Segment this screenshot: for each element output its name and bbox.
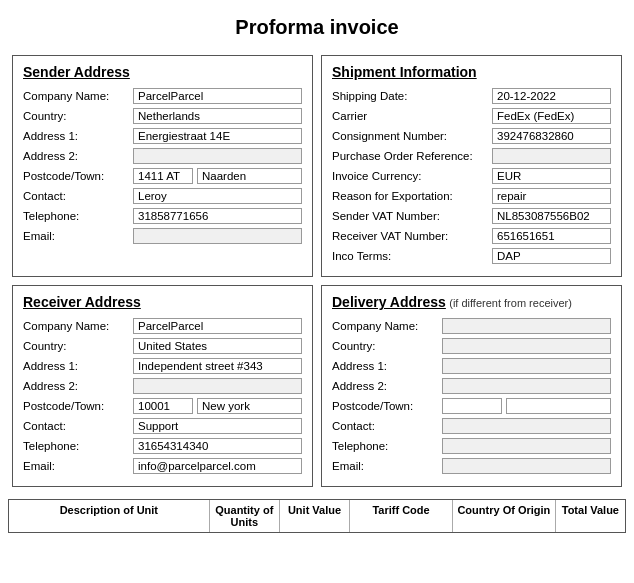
col-header-country: Country Of Origin	[453, 500, 556, 532]
col-header-quantity: Quantity of Units	[210, 500, 280, 532]
receiver-address2-value[interactable]	[133, 378, 302, 394]
delivery-email-row: Email:	[332, 458, 611, 474]
receiver-country-value[interactable]: United States	[133, 338, 302, 354]
exportation-value[interactable]: repair	[492, 188, 611, 204]
sender-telephone-row: Telephone: 31858771656	[23, 208, 302, 224]
delivery-postcode-value[interactable]	[442, 398, 502, 414]
receiver-company-row: Company Name: ParcelParcel	[23, 318, 302, 334]
delivery-postcode-row: Postcode/Town:	[332, 398, 611, 414]
shipment-section: Shipment Information Shipping Date: 20-1…	[321, 55, 622, 277]
delivery-country-value[interactable]	[442, 338, 611, 354]
receiver-vat-value[interactable]: 651651651	[492, 228, 611, 244]
delivery-title: Delivery Address	[332, 294, 446, 310]
receiver-company-value[interactable]: ParcelParcel	[133, 318, 302, 334]
main-grid: Sender Address Company Name: ParcelParce…	[0, 51, 634, 491]
col-header-tariff: Tariff Code	[350, 500, 453, 532]
delivery-address2-row: Address 2:	[332, 378, 611, 394]
carrier-row: Carrier FedEx (FedEx)	[332, 108, 611, 124]
delivery-address1-label: Address 1:	[332, 360, 442, 372]
table-header-row: Description of Unit Quantity of Units Un…	[9, 500, 625, 533]
inco-terms-value[interactable]: DAP	[492, 248, 611, 264]
receiver-telephone-row: Telephone: 31654314340	[23, 438, 302, 454]
col-header-description: Description of Unit	[9, 500, 210, 532]
delivery-address2-value[interactable]	[442, 378, 611, 394]
sender-telephone-value[interactable]: 31858771656	[133, 208, 302, 224]
delivery-contact-row: Contact:	[332, 418, 611, 434]
receiver-address1-label: Address 1:	[23, 360, 133, 372]
consignment-value[interactable]: 392476832860	[492, 128, 611, 144]
delivery-contact-value[interactable]	[442, 418, 611, 434]
sender-section: Sender Address Company Name: ParcelParce…	[12, 55, 313, 277]
inco-terms-row: Inco Terms: DAP	[332, 248, 611, 264]
receiver-contact-value[interactable]: Support	[133, 418, 302, 434]
receiver-country-row: Country: United States	[23, 338, 302, 354]
receiver-section: Receiver Address Company Name: ParcelPar…	[12, 285, 313, 487]
delivery-address1-value[interactable]	[442, 358, 611, 374]
receiver-address1-value[interactable]: Independent street #343	[133, 358, 302, 374]
shipping-date-row: Shipping Date: 20-12-2022	[332, 88, 611, 104]
delivery-company-value[interactable]	[442, 318, 611, 334]
receiver-postcode-label: Postcode/Town:	[23, 400, 133, 412]
receiver-contact-label: Contact:	[23, 420, 133, 432]
delivery-telephone-value[interactable]	[442, 438, 611, 454]
receiver-email-label: Email:	[23, 460, 133, 472]
invoice-currency-value[interactable]: EUR	[492, 168, 611, 184]
delivery-email-label: Email:	[332, 460, 442, 472]
delivery-company-row: Company Name:	[332, 318, 611, 334]
sender-postcode-row: Postcode/Town: 1411 AT Naarden	[23, 168, 302, 184]
sender-company-row: Company Name: ParcelParcel	[23, 88, 302, 104]
delivery-email-value[interactable]	[442, 458, 611, 474]
purchase-order-row: Purchase Order Reference:	[332, 148, 611, 164]
sender-country-label: Country:	[23, 110, 133, 122]
receiver-telephone-label: Telephone:	[23, 440, 133, 452]
receiver-vat-label: Receiver VAT Number:	[332, 230, 492, 242]
sender-company-value[interactable]: ParcelParcel	[133, 88, 302, 104]
receiver-address1-row: Address 1: Independent street #343	[23, 358, 302, 374]
sender-telephone-label: Telephone:	[23, 210, 133, 222]
receiver-company-label: Company Name:	[23, 320, 133, 332]
sender-address2-value[interactable]	[133, 148, 302, 164]
delivery-telephone-label: Telephone:	[332, 440, 442, 452]
receiver-email-value[interactable]: info@parcelparcel.com	[133, 458, 302, 474]
receiver-town-value[interactable]: New york	[197, 398, 302, 414]
shipping-date-value[interactable]: 20-12-2022	[492, 88, 611, 104]
invoice-currency-label: Invoice Currency:	[332, 170, 492, 182]
sender-title: Sender Address	[23, 64, 302, 80]
receiver-postcode-value[interactable]: 10001	[133, 398, 193, 414]
sender-contact-row: Contact: Leroy	[23, 188, 302, 204]
sender-town-value[interactable]: Naarden	[197, 168, 302, 184]
delivery-address2-label: Address 2:	[332, 380, 442, 392]
sender-address1-label: Address 1:	[23, 130, 133, 142]
purchase-order-label: Purchase Order Reference:	[332, 150, 492, 162]
sender-email-label: Email:	[23, 230, 133, 242]
purchase-order-value[interactable]	[492, 148, 611, 164]
sender-email-value[interactable]	[133, 228, 302, 244]
shipment-title: Shipment Information	[332, 64, 611, 80]
receiver-address2-label: Address 2:	[23, 380, 133, 392]
carrier-value[interactable]: FedEx (FedEx)	[492, 108, 611, 124]
delivery-telephone-row: Telephone:	[332, 438, 611, 454]
receiver-country-label: Country:	[23, 340, 133, 352]
delivery-address1-row: Address 1:	[332, 358, 611, 374]
items-table: Description of Unit Quantity of Units Un…	[8, 499, 626, 533]
inco-terms-label: Inco Terms:	[332, 250, 492, 262]
sender-vat-label: Sender VAT Number:	[332, 210, 492, 222]
col-header-unit: Unit Value	[280, 500, 350, 532]
sender-vat-value[interactable]: NL853087556B02	[492, 208, 611, 224]
sender-address1-value[interactable]: Energiestraat 14E	[133, 128, 302, 144]
consignment-label: Consignment Number:	[332, 130, 492, 142]
sender-address1-row: Address 1: Energiestraat 14E	[23, 128, 302, 144]
receiver-telephone-value[interactable]: 31654314340	[133, 438, 302, 454]
sender-postcode-value[interactable]: 1411 AT	[133, 168, 193, 184]
delivery-section: Delivery Address (if different from rece…	[321, 285, 622, 487]
delivery-contact-label: Contact:	[332, 420, 442, 432]
sender-address2-row: Address 2:	[23, 148, 302, 164]
exportation-label: Reason for Exportation:	[332, 190, 492, 202]
delivery-town-value[interactable]	[506, 398, 611, 414]
shipping-date-label: Shipping Date:	[332, 90, 492, 102]
sender-contact-label: Contact:	[23, 190, 133, 202]
receiver-address2-row: Address 2:	[23, 378, 302, 394]
exportation-row: Reason for Exportation: repair	[332, 188, 611, 204]
sender-country-value[interactable]: Netherlands	[133, 108, 302, 124]
sender-contact-value[interactable]: Leroy	[133, 188, 302, 204]
